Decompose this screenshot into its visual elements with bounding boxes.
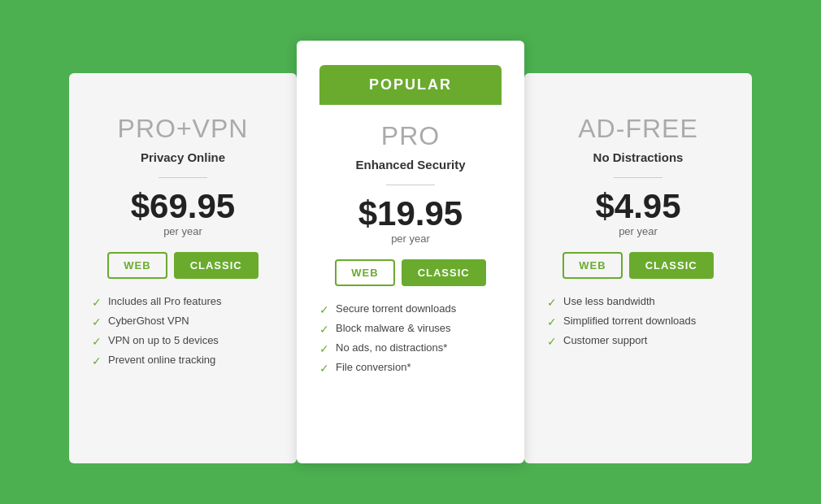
feature-item: ✓Use less bandwidth — [547, 295, 729, 309]
feature-item: ✓Secure torrent downloads — [319, 302, 502, 316]
check-icon: ✓ — [319, 342, 329, 355]
card-subtitle-ad-free: No Distractions — [593, 150, 684, 164]
check-icon: ✓ — [547, 335, 557, 348]
feature-item: ✓File conversion* — [319, 361, 502, 375]
price-pro: $19.95 — [358, 197, 463, 231]
btn-group-ad-free: WEB CLASSIC — [563, 252, 713, 279]
feature-item: ✓Block malware & viruses — [319, 322, 502, 336]
divider-ad-free — [614, 177, 662, 178]
features-list-ad-free: ✓Use less bandwidth ✓Simplified torrent … — [547, 295, 729, 354]
pricing-card-pro-vpn: PRO+VPN Privacy Online $69.95 per year W… — [69, 73, 297, 463]
pricing-card-ad-free: AD-FREE No Distractions $4.95 per year W… — [524, 73, 752, 463]
check-icon: ✓ — [319, 303, 329, 316]
feature-item: ✓Customer support — [547, 334, 729, 348]
divider-pro — [386, 185, 435, 185]
check-icon: ✓ — [92, 354, 102, 367]
feature-item: ✓Includes all Pro features — [92, 295, 274, 309]
price-ad-free: $4.95 — [595, 189, 680, 224]
classic-button-pro-vpn[interactable]: CLASSIC — [174, 252, 258, 279]
check-icon: ✓ — [319, 323, 329, 336]
card-title-pro: PRO — [381, 121, 440, 151]
classic-button-pro[interactable]: CLASSIC — [402, 259, 486, 286]
card-title-ad-free: AD-FREE — [578, 114, 697, 144]
feature-item: ✓CyberGhost VPN — [92, 315, 274, 328]
feature-item: ✓VPN on up to 5 devices — [92, 334, 274, 348]
price-pro-vpn: $69.95 — [131, 189, 235, 224]
check-icon: ✓ — [547, 296, 557, 309]
feature-item: ✓Prevent online tracking — [92, 354, 274, 367]
popular-badge: POPULAR — [319, 65, 502, 105]
features-list-pro: ✓Secure torrent downloads ✓Block malware… — [319, 302, 502, 380]
pricing-wrapper: PRO+VPN Privacy Online $69.95 per year W… — [0, 16, 821, 488]
btn-group-pro: WEB CLASSIC — [335, 259, 485, 286]
web-button-pro[interactable]: WEB — [335, 259, 394, 286]
feature-item: ✓No ads, no distractions* — [319, 341, 502, 355]
pricing-card-pro: POPULAR PRO Enhanced Security $19.95 per… — [297, 41, 524, 463]
card-subtitle-pro: Enhanced Security — [355, 158, 465, 172]
per-year-ad-free: per year — [619, 225, 658, 237]
card-title-pro-vpn: PRO+VPN — [118, 114, 249, 144]
check-icon: ✓ — [92, 296, 102, 309]
card-subtitle-pro-vpn: Privacy Online — [141, 150, 225, 164]
web-button-ad-free[interactable]: WEB — [563, 252, 622, 279]
per-year-pro: per year — [391, 232, 430, 245]
web-button-pro-vpn[interactable]: WEB — [107, 252, 167, 279]
classic-button-ad-free[interactable]: CLASSIC — [629, 252, 714, 279]
per-year-pro-vpn: per year — [163, 225, 202, 237]
divider-pro-vpn — [159, 177, 207, 178]
feature-item: ✓Simplified torrent downloads — [547, 315, 729, 328]
check-icon: ✓ — [547, 315, 557, 328]
check-icon: ✓ — [92, 335, 102, 348]
features-list-pro-vpn: ✓Includes all Pro features ✓CyberGhost V… — [92, 295, 274, 373]
check-icon: ✓ — [92, 315, 102, 328]
check-icon: ✓ — [319, 362, 329, 375]
btn-group-pro-vpn: WEB CLASSIC — [107, 252, 258, 279]
